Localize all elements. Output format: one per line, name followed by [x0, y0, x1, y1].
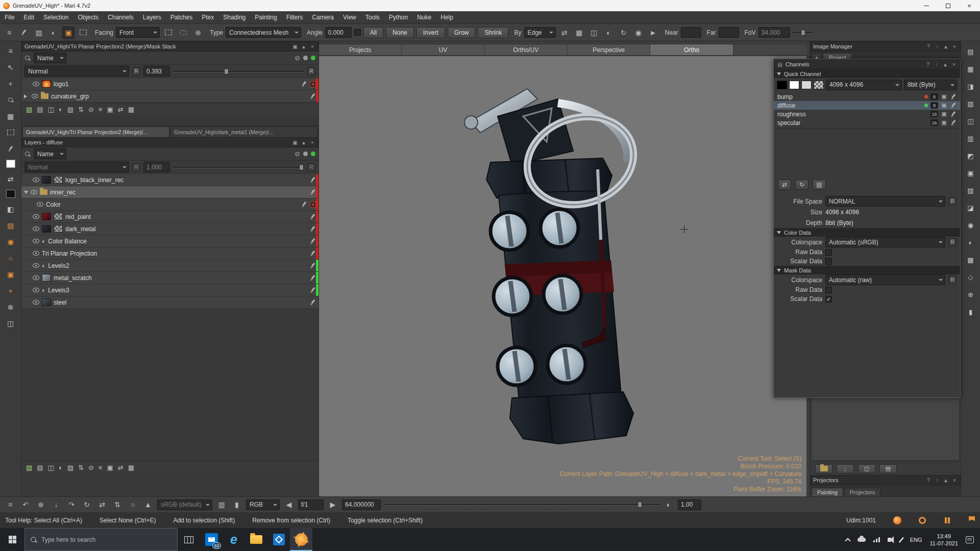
- visibility-eye-icon[interactable]: [37, 202, 43, 207]
- menu-patches[interactable]: Patches: [166, 11, 197, 23]
- close-icon[interactable]: ×: [951, 62, 957, 67]
- menu-camera[interactable]: Camera: [307, 11, 338, 23]
- cached-brush-icon[interactable]: [310, 226, 316, 232]
- channel-row[interactable]: bump 8 ▣: [774, 92, 960, 101]
- image-manager-dock-icon[interactable]: ▧: [964, 98, 977, 109]
- tools-handle-icon[interactable]: ≡: [4, 45, 17, 56]
- file-explorer-button[interactable]: [245, 528, 267, 551]
- menu-layers[interactable]: Layers: [138, 11, 166, 23]
- layer-row[interactable]: logo_black_inner_rec: [21, 174, 318, 186]
- facing-dropdown[interactable]: Front: [116, 27, 160, 38]
- color-scalar-data-checkbox[interactable]: [825, 258, 832, 265]
- projectors-header[interactable]: Projectors ? ↑ ▲ ×: [810, 475, 961, 485]
- colors-dock-icon[interactable]: ◫: [964, 116, 977, 127]
- amount-field[interactable]: 1.000: [143, 162, 170, 172]
- filter-state-dot[interactable]: [303, 56, 308, 60]
- cached-brush-icon[interactable]: [310, 263, 316, 269]
- menu-help[interactable]: Help: [436, 11, 458, 23]
- task-view-button[interactable]: [178, 528, 200, 551]
- performance-status-icon[interactable]: [943, 516, 951, 524]
- clear-buffer-icon[interactable]: ○: [127, 498, 139, 511]
- menu-filters[interactable]: Filters: [282, 11, 308, 23]
- layers-dock-icon[interactable]: ▦: [964, 64, 977, 74]
- menu-file[interactable]: File: [0, 11, 19, 23]
- exposure-slider[interactable]: [384, 500, 659, 509]
- visibility-eye-icon[interactable]: [33, 239, 39, 243]
- float-icon[interactable]: ↑: [934, 44, 940, 49]
- gray-swatch[interactable]: [801, 81, 812, 89]
- maximize-button[interactable]: [937, 0, 959, 11]
- mask-data-section[interactable]: Mask Data: [774, 266, 960, 274]
- visibility-eye-icon[interactable]: [33, 82, 39, 86]
- rect-select-icon[interactable]: [162, 27, 175, 39]
- expand-icon[interactable]: [24, 191, 28, 196]
- view-image-button[interactable]: ◫: [858, 464, 875, 473]
- angle-field[interactable]: 0.000: [325, 27, 352, 38]
- sync-channel-button[interactable]: ↻: [795, 180, 808, 190]
- mirror-horizontal-icon[interactable]: ⇄: [96, 498, 108, 511]
- clock[interactable]: 13:49 11-07-2021: [930, 533, 958, 547]
- color-sample-tool-icon[interactable]: ○: [4, 253, 17, 263]
- current-tool-icon[interactable]: ▣: [4, 269, 17, 280]
- onedrive-icon[interactable]: [857, 538, 866, 542]
- close-icon[interactable]: ×: [951, 44, 958, 49]
- reset-amount-button[interactable]: R: [307, 163, 315, 171]
- list-view-icon[interactable]: ≡: [99, 464, 103, 471]
- remove-layer-icon[interactable]: ⊘: [88, 106, 94, 113]
- layer-row[interactable]: red_paint: [21, 211, 318, 223]
- collapse-icon[interactable]: ▲: [942, 62, 948, 67]
- quick-size-dropdown[interactable]: 4096 x 4096: [826, 80, 902, 90]
- projectors-dock-icon[interactable]: ◪: [964, 203, 977, 213]
- filter-state-dot[interactable]: [303, 152, 308, 156]
- paint-tool-icon[interactable]: [4, 143, 17, 154]
- merge-layers-icon[interactable]: ⇅: [78, 106, 84, 113]
- next-stop-icon[interactable]: ▶: [327, 498, 339, 511]
- blend-mode-icon[interactable]: ◐: [47, 27, 60, 39]
- tab-uv[interactable]: UV: [402, 44, 484, 55]
- photos-app-button[interactable]: [267, 528, 290, 551]
- close-icon[interactable]: ×: [951, 478, 958, 483]
- mari-app-button[interactable]: [290, 528, 312, 551]
- mirror-vertical-icon[interactable]: ⇅: [111, 498, 124, 511]
- visibility-eye-icon[interactable]: [33, 178, 39, 182]
- add-paint-layer-icon[interactable]: ▧: [26, 106, 32, 113]
- channel-row[interactable]: roughness 16 ▣: [774, 110, 960, 118]
- layer-row[interactable]: curvature_grp: [21, 90, 318, 103]
- add-group-icon[interactable]: ▤: [37, 106, 43, 113]
- record-status-icon[interactable]: [919, 517, 926, 524]
- channel-row[interactable]: diffuse 8 ▣: [774, 101, 960, 110]
- layer-row[interactable]: logo1: [21, 78, 318, 90]
- paint-icon[interactable]: [950, 120, 957, 126]
- rotate-buffer-icon[interactable]: ↻: [81, 498, 93, 511]
- reset-colorspace-button[interactable]: R: [948, 238, 957, 246]
- redo-icon[interactable]: ↷: [65, 498, 78, 511]
- shuffle-channel-button[interactable]: ⇄: [778, 180, 791, 190]
- exposure-field[interactable]: 64.000000: [342, 499, 381, 510]
- cached-brush-icon[interactable]: [310, 275, 316, 281]
- toolbar-handle-icon[interactable]: ≡: [3, 27, 15, 39]
- open-image-button[interactable]: [815, 464, 832, 473]
- pinned-dock-icon[interactable]: ⊕: [964, 289, 977, 300]
- action-center-icon[interactable]: [966, 536, 974, 543]
- close-icon[interactable]: ×: [309, 44, 315, 49]
- color-colorspace-dropdown[interactable]: Automatic (sRGB): [825, 237, 945, 247]
- layers-panel-header[interactable]: Layers - diffuse ▣ ▲ ×: [21, 137, 318, 147]
- lasso-select-icon[interactable]: [177, 27, 189, 39]
- duplicate-layer-icon[interactable]: ◫: [48, 106, 54, 113]
- snapshot-icon[interactable]: ▣: [941, 111, 947, 117]
- mari-status-icon[interactable]: [893, 516, 901, 524]
- white-swatch[interactable]: [789, 81, 799, 89]
- image-manager-header[interactable]: Image Manager ? ↑ ▲ ×: [810, 41, 961, 52]
- grenade-model[interactable]: [319, 56, 806, 496]
- layer-row[interactable]: Color: [21, 198, 318, 211]
- frame-icon[interactable]: ◫: [588, 27, 600, 39]
- cached-brush-icon[interactable]: [310, 238, 316, 244]
- undo-icon[interactable]: ↶: [19, 498, 32, 511]
- amount-slider[interactable]: [173, 163, 304, 171]
- duplicate-layer-icon[interactable]: ◫: [48, 464, 54, 471]
- erase-mode-icon[interactable]: ▨: [33, 27, 45, 39]
- black-swatch[interactable]: [777, 81, 787, 89]
- fov-field[interactable]: 34.000: [758, 27, 790, 38]
- gamma-field[interactable]: 1.00: [678, 499, 701, 510]
- menu-tools[interactable]: Tools: [361, 11, 384, 23]
